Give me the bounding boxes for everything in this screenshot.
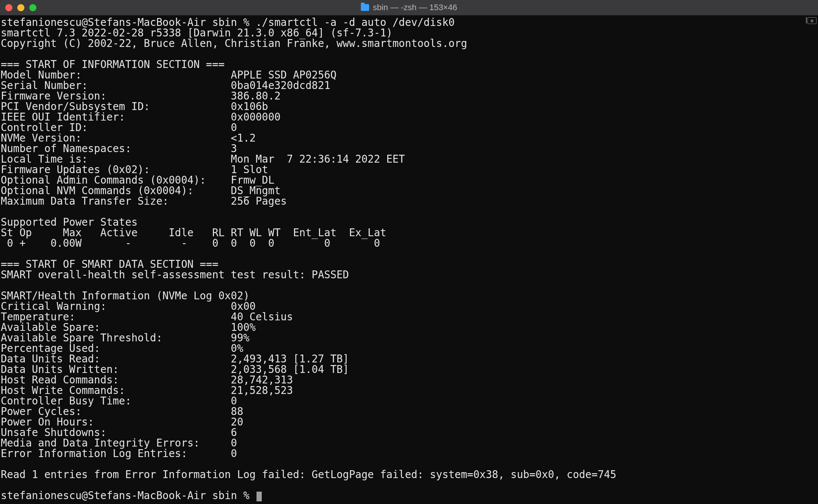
window-title-text: sbin — -zsh — 153×46 bbox=[373, 3, 457, 12]
prompt-line: stefanionescu@Stefans-MacBook-Air sbin % bbox=[1, 489, 256, 501]
maximize-button[interactable] bbox=[29, 4, 36, 11]
terminal-window: sbin — -zsh — 153×46 stefanionescu@Stefa… bbox=[0, 0, 818, 504]
scrollbar-track[interactable] bbox=[806, 17, 807, 23]
window-title: sbin — -zsh — 153×46 bbox=[361, 3, 457, 12]
titlebar: sbin — -zsh — 153×46 bbox=[0, 0, 818, 15]
folder-icon bbox=[361, 4, 369, 11]
terminal-output[interactable]: stefanionescu@Stefans-MacBook-Air sbin %… bbox=[0, 15, 818, 504]
traffic-lights bbox=[5, 4, 36, 11]
cursor bbox=[257, 492, 262, 501]
close-button[interactable] bbox=[5, 4, 12, 11]
minimize-button[interactable] bbox=[17, 4, 24, 11]
scroll-indicator-icon[interactable] bbox=[807, 17, 816, 24]
